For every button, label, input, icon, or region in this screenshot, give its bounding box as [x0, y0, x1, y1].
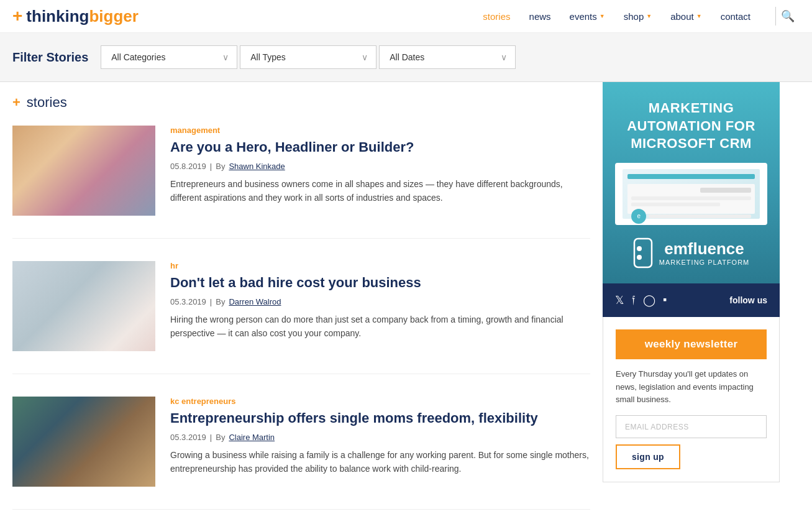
article-excerpt-3: Growing a business while raising a famil… — [170, 448, 590, 476]
article-content-3: kc entrepreneurs Entrepreneurship offers… — [170, 397, 590, 487]
content-area: + stories management Are you a Hero, Hea… — [0, 82, 603, 519]
events-dropdown-arrow: ▼ — [600, 13, 605, 19]
article-category-3: kc entrepreneurs — [170, 397, 590, 406]
ad-logo-em: emfluence — [659, 239, 750, 259]
facebook-icon[interactable]: 𝔣 — [632, 293, 636, 307]
filter-bar: Filter Stories All Categories All Types … — [0, 33, 812, 82]
ad-logo-sub: MARKETING PLATFORM — [659, 259, 750, 266]
ad-logo-text: emfluence MARKETING PLATFORM — [659, 239, 750, 266]
article-meta-2: 05.3.2019 | By Darren Walrod — [170, 297, 590, 306]
article-thumbnail-1[interactable] — [12, 126, 155, 216]
newsletter-button[interactable]: weekly newsletter — [616, 329, 767, 359]
stories-title: stories — [27, 94, 67, 111]
newsletter-description: Every Thursday you'll get updates on new… — [616, 368, 767, 406]
article-card: kc entrepreneurs Entrepreneurship offers… — [12, 397, 590, 510]
article-author-1[interactable]: Shawn Kinkade — [229, 162, 285, 171]
logo[interactable]: + thinkingbigger — [12, 6, 139, 26]
linkedin-icon[interactable]: ▪ — [663, 293, 667, 307]
nav-shop[interactable]: shop ▼ — [624, 11, 652, 22]
article-title-2[interactable]: Don't let a bad hire cost your business — [170, 274, 590, 292]
article-date-2: 05.3.2019 — [170, 297, 206, 306]
main-layout: + stories management Are you a Hero, Hea… — [0, 82, 812, 519]
article-category-1: management — [170, 126, 590, 135]
nav-events[interactable]: events ▼ — [570, 11, 605, 22]
article-title-1[interactable]: Are you a Hero, Headliner or Builder? — [170, 139, 590, 157]
svg-rect-0 — [634, 239, 652, 267]
newsletter-email-input[interactable] — [616, 415, 767, 438]
ad-logo-area: emfluence MARKETING PLATFORM — [615, 237, 767, 269]
article-content-2: hr Don't let a bad hire cost your busine… — [170, 261, 590, 351]
nav-contact[interactable]: contact — [721, 11, 750, 22]
ad-logo-icon — [633, 237, 653, 269]
nav-about[interactable]: about ▼ — [670, 11, 701, 22]
filter-label: Filter Stories — [12, 50, 88, 65]
about-dropdown-arrow: ▼ — [696, 13, 702, 19]
svg-point-2 — [637, 255, 642, 260]
instagram-icon[interactable]: ◯ — [643, 293, 655, 307]
logo-plus-icon: + — [12, 6, 22, 26]
stories-heading: + stories — [12, 94, 590, 111]
ad-screenshot-content: e — [627, 184, 755, 214]
ad-banner[interactable]: MARKETING AUTOMATION FOR MICROSOFT CRM e — [603, 82, 780, 283]
article-thumbnail-2[interactable] — [12, 261, 155, 351]
article-card: management Are you a Hero, Headliner or … — [12, 126, 590, 239]
sidebar: MARKETING AUTOMATION FOR MICROSOFT CRM e — [603, 82, 780, 495]
follow-text: follow us — [729, 295, 767, 305]
shop-dropdown-arrow: ▼ — [646, 13, 652, 19]
article-author-3[interactable]: Claire Martin — [229, 433, 275, 442]
article-category-2: hr — [170, 261, 590, 270]
social-icons: 𝕏 𝔣 ◯ ▪ — [615, 293, 667, 307]
social-follow: 𝕏 𝔣 ◯ ▪ follow us — [603, 283, 780, 317]
type-filter[interactable]: All Types — [240, 45, 376, 69]
article-meta-3: 05.3.2019 | By Claire Martin — [170, 433, 590, 442]
svg-point-1 — [637, 246, 642, 251]
type-filter-wrapper: All Types — [240, 45, 376, 69]
category-filter-wrapper: All Categories — [101, 45, 237, 69]
article-card: hr Don't let a bad hire cost your busine… — [12, 261, 590, 374]
logo-thinking: thinking — [26, 7, 89, 26]
stories-plus-icon: + — [12, 94, 21, 111]
article-author-2[interactable]: Darren Walrod — [229, 297, 281, 306]
nav-news[interactable]: news — [529, 11, 551, 22]
article-title-3[interactable]: Entrepreneurship offers single moms free… — [170, 410, 590, 428]
date-filter-wrapper: All Dates — [379, 45, 516, 69]
logo-bigger: bigger — [89, 7, 138, 26]
article-excerpt-1: Entrepreneurs and business owners come i… — [170, 177, 590, 205]
search-button[interactable]: 🔍 — [775, 7, 800, 25]
ad-screenshot: e — [615, 163, 767, 225]
twitter-icon[interactable]: 𝕏 — [615, 293, 624, 307]
ad-title: MARKETING AUTOMATION FOR MICROSOFT CRM — [615, 99, 767, 153]
newsletter-section: weekly newsletter Every Thursday you'll … — [603, 317, 780, 482]
article-meta-1: 05.8.2019 | By Shawn Kinkade — [170, 162, 590, 171]
date-filter[interactable]: All Dates — [379, 45, 516, 69]
ad-screenshot-inner: e — [623, 169, 760, 219]
article-content-1: management Are you a Hero, Headliner or … — [170, 126, 590, 216]
article-excerpt-2: Hiring the wrong person can do more than… — [170, 313, 590, 341]
article-date-1: 05.8.2019 — [170, 162, 206, 171]
ad-screenshot-bar — [627, 174, 755, 179]
nav-stories[interactable]: stories — [483, 11, 510, 22]
main-nav: stories news events ▼ shop ▼ about ▼ con… — [483, 7, 800, 25]
header: + thinkingbigger stories news events ▼ s… — [0, 0, 812, 33]
article-thumbnail-3[interactable] — [12, 397, 155, 487]
article-date-3: 05.3.2019 — [170, 433, 206, 442]
newsletter-signup-button[interactable]: sign up — [616, 444, 680, 469]
category-filter[interactable]: All Categories — [101, 45, 237, 69]
